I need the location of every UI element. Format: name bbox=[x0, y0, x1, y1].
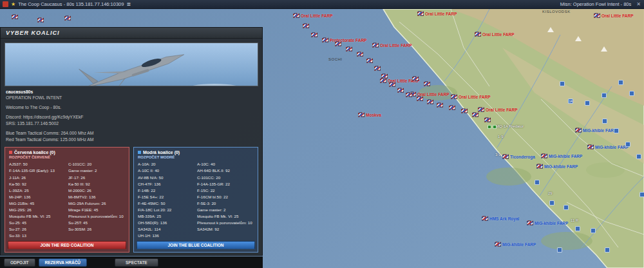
aircraft-slot-row[interactable]: L-39ZA: 25 bbox=[9, 187, 66, 194]
aircraft-slot-row[interactable]: SA342M: 92 bbox=[197, 226, 254, 233]
aircraft-slot-row[interactable]: Su-25T: 45 bbox=[68, 220, 125, 226]
mission-name: Misn: Operation Fowl Intent - 80s bbox=[560, 1, 631, 7]
reserve-button[interactable]: REZERVA HRÁČŮ bbox=[39, 258, 88, 267]
aircraft-slot-row[interactable]: F/A-18C Lot 20: 22 bbox=[138, 207, 194, 213]
red-bullet-icon bbox=[9, 151, 12, 154]
join-red-coalition-button[interactable]: JOIN THE RED COALITION bbox=[8, 241, 126, 249]
aircraft-slot-row[interactable]: Přesunout k pozorovatelům: 10 bbox=[68, 213, 125, 220]
disconnect-button[interactable]: ODPOJIT bbox=[4, 258, 35, 267]
red-coalition-subtitle: ROZPOČET ČERVENÉ bbox=[9, 155, 125, 159]
coalition-panel: VYBER KOALICI caucas bbox=[0, 27, 263, 256]
aircraft-slot-row[interactable]: OH-58D(R): 136 bbox=[138, 220, 194, 226]
aircraft-slot-row[interactable]: Mi-24P: 136 bbox=[9, 194, 66, 200]
app-icon bbox=[3, 1, 8, 7]
aircraft-slot-row[interactable]: A-10A: 20 bbox=[138, 161, 194, 168]
aircraft-slot-row[interactable]: F-15C: 22 bbox=[197, 187, 254, 194]
aircraft-slot-row[interactable]: Mirage F1EE: 45 bbox=[68, 207, 125, 213]
aircraft-slot-row[interactable]: A-10C II: 40 bbox=[138, 168, 194, 174]
blue-bullet-icon bbox=[138, 151, 141, 154]
aircraft-slot-row[interactable]: F-14A-135-GR: 22 bbox=[197, 181, 254, 187]
red-coalition-box: Červená koalice (0) ROZPOČET ČERVENÉ AJS… bbox=[5, 147, 129, 253]
mission-filename: caucasus80s bbox=[6, 89, 257, 95]
aircraft-slot-row[interactable]: Mosquito FB Mk. VI: 25 bbox=[9, 213, 66, 220]
aircraft-slot-row[interactable]: M-2000C: 26 bbox=[68, 187, 125, 194]
aircraft-slot-row[interactable]: Mi-8MTV2: 136 bbox=[68, 194, 125, 200]
aircraft-slot-row[interactable]: CH-47F: 136 bbox=[138, 181, 194, 187]
panel-title: VYBER KOALICI bbox=[1, 28, 262, 39]
blue-coalition-subtitle: ROZPOČET MODRÉ bbox=[138, 155, 254, 159]
aircraft-slot-row[interactable]: Ka-50 III: 92 bbox=[68, 181, 125, 187]
mission-briefing: caucasus80s OPERATION FOWL INTENT Welcom… bbox=[1, 88, 262, 146]
aircraft-slot-row[interactable]: Přesunout k pozorovatelům: 10 bbox=[197, 220, 254, 226]
join-blue-coalition-button[interactable]: JOIN THE BLUE COALITION bbox=[137, 241, 255, 249]
aircraft-slot-row[interactable]: C-101CC: 20 bbox=[197, 175, 254, 181]
server-info-icon[interactable]: ≣ bbox=[126, 1, 131, 7]
aircraft-slot-row[interactable]: J-11A: 26 bbox=[9, 175, 66, 181]
server-title: The Coop Caucasus - 80s 135.181.77.146:1… bbox=[18, 1, 124, 7]
srs-address: SRS: 135.181.77.146:5002 bbox=[6, 120, 257, 127]
aircraft-slot-row[interactable]: F-14A-135-GR (Early): 13 bbox=[9, 168, 66, 174]
blue-coalition-title: Modrá koalice (0) bbox=[138, 150, 254, 155]
close-icon[interactable]: ✕ bbox=[636, 1, 641, 7]
operation-name: OPERATION FOWL INTENT bbox=[6, 95, 257, 101]
aircraft-slot-row[interactable]: Ka-50: 92 bbox=[9, 181, 66, 187]
blue-comms: Blue Team Tactical Comms: 264.000 Mhz AM bbox=[6, 130, 257, 137]
titlebar: ★ The Coop Caucasus - 80s 135.181.77.146… bbox=[0, 0, 644, 9]
aircraft-slot-row[interactable]: F-14B: 22 bbox=[138, 187, 194, 194]
aircraft-slot-row[interactable]: Mosquito FB Mk. VI: 25 bbox=[197, 213, 254, 220]
aircraft-slot-row[interactable]: Su-33: 13 bbox=[9, 233, 66, 239]
aircraft-slot-row[interactable]: Su-30SM: 26 bbox=[68, 226, 125, 233]
aircraft-slot-row[interactable]: Su-27: 26 bbox=[9, 226, 66, 233]
mission-image bbox=[5, 43, 258, 86]
aircraft-slot-row[interactable]: F-4E-45MC: 50 bbox=[138, 200, 194, 207]
aircraft-slot-row[interactable]: MiG-29S: 26 bbox=[9, 207, 66, 213]
aircraft-slot-row[interactable]: AH-64D BLK.II: 92 bbox=[197, 168, 254, 174]
spectate-button[interactable]: SPECTATE bbox=[115, 258, 158, 267]
discord-link: Discord: https://discord.gg/Kc9dyYXEkF bbox=[6, 114, 257, 120]
red-comms: Red Team Tactical Comms: 125.000 MHz AM bbox=[6, 137, 257, 143]
aircraft-slot-row[interactable]: AV-8B N/A: 50 bbox=[138, 175, 194, 181]
aircraft-slot-row[interactable]: C-101CC: 20 bbox=[68, 161, 125, 168]
aircraft-slot-row[interactable]: A-10C: 40 bbox=[197, 161, 254, 168]
aircraft-slot-row[interactable]: MB-339A: 25 bbox=[138, 213, 194, 220]
aircraft-slot-row[interactable]: MiG-29A Fulcrum: 26 bbox=[68, 200, 125, 207]
aircraft-slot-row[interactable]: UH-1H: 136 bbox=[138, 233, 194, 239]
aircraft-slot-row[interactable]: Su-25: 45 bbox=[9, 220, 66, 226]
blue-coalition-box: Modrá koalice (0) ROZPOČET MODRÉ A-10A: … bbox=[133, 147, 258, 253]
aircraft-slot-row[interactable]: F-5E-3: 20 bbox=[197, 200, 254, 207]
aircraft-slot-row[interactable]: AJS37: 50 bbox=[9, 161, 66, 168]
aircraft-slot-row[interactable]: MiG-21Bis: 45 bbox=[9, 200, 66, 207]
favorite-star-icon: ★ bbox=[11, 1, 15, 7]
aircraft-slot-row[interactable]: SA342L: 114 bbox=[138, 226, 194, 233]
aircraft-slot-row[interactable]: Game master: 2 bbox=[197, 207, 254, 213]
aircraft-slot-row[interactable]: F-16CM bl.50: 22 bbox=[197, 194, 254, 200]
red-coalition-title: Červená koalice (0) bbox=[9, 150, 125, 155]
footer-bar: ODPOJIT REZERVA HRÁČŮ SPECTATE bbox=[0, 256, 263, 268]
aircraft-slot-row[interactable]: Game master: 2 bbox=[68, 168, 125, 174]
aircraft-slot-row[interactable]: JF-17: 26 bbox=[68, 175, 125, 181]
aircraft-slot-row[interactable]: F-15E S4+: 22 bbox=[138, 194, 194, 200]
welcome-text: Welcome to The Coop - 80s. bbox=[6, 104, 257, 111]
